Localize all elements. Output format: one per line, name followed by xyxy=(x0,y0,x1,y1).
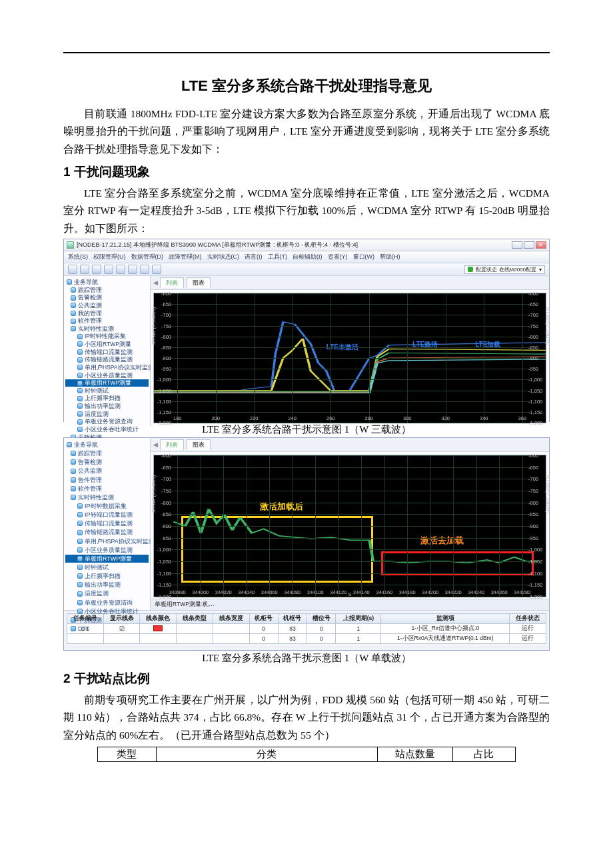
tree-item[interactable]: 上行频率扫描 xyxy=(65,572,149,580)
tree-item[interactable]: 小区业务吞吐率统计 xyxy=(65,426,149,433)
tree-item[interactable]: 跟踪管理 xyxy=(65,449,149,457)
tree-item[interactable]: 温度监测 xyxy=(65,589,149,597)
tree-item[interactable]: 小区业务质量监测 xyxy=(65,372,149,379)
header-rule xyxy=(63,52,550,53)
tab-chart[interactable]: 图表 xyxy=(187,439,211,450)
nav-tree[interactable]: 业务导航跟踪管理告警检测公共监测告件管理软件管理实时特性监测IP时钟数据采集IP… xyxy=(64,438,151,610)
tool-icon[interactable] xyxy=(128,265,137,274)
tree-item[interactable]: 温度监测 xyxy=(65,411,149,418)
tree-item[interactable]: 小区业务吞吐率统计 xyxy=(65,607,149,615)
tree-item[interactable]: 实时特性监测 xyxy=(65,493,149,501)
tool-icon[interactable] xyxy=(68,265,77,274)
th-category: 分类 xyxy=(156,747,377,762)
tree-item[interactable]: 告件管理 xyxy=(65,476,149,484)
tree-item[interactable]: 传输端口流量监测 xyxy=(65,349,149,356)
rtwp-plot-1: RTWP(0.1dBm) RTWP(0.1dBm) LTE未激活 LTE激活 L… xyxy=(153,293,546,423)
tree-item[interactable]: 小区组RTWP测量 xyxy=(65,341,149,348)
tab-list[interactable]: 列表 xyxy=(160,439,184,450)
tree-item[interactable]: 告警检测 xyxy=(65,458,149,466)
tree-item[interactable]: 单用户HSPA协议实时监测 xyxy=(65,537,149,545)
tool-icon[interactable] xyxy=(140,265,149,274)
tree-item[interactable]: 业务导航 xyxy=(65,279,149,286)
tree-item[interactable]: 输出功率监测 xyxy=(65,403,149,410)
tree-icon xyxy=(67,279,72,285)
tree-icon xyxy=(71,319,76,324)
tree-item[interactable]: 传输链路流量监测 xyxy=(65,356,149,363)
tree-item[interactable]: 传输端口流量监测 xyxy=(65,519,149,527)
tree-item[interactable]: 时钟测试 xyxy=(65,563,149,571)
tree-item[interactable]: 告警检测 xyxy=(65,294,149,301)
tree-icon xyxy=(71,295,76,301)
tool-icon[interactable] xyxy=(80,265,89,274)
tree-item[interactable]: IP时钟数据采集 xyxy=(65,502,149,510)
th-ratio: 占比 xyxy=(452,747,515,762)
menu-bar: 系统(S)权限管理(U)数据管理(D)故障管理(M)实时状态(C)语言(I)工具… xyxy=(64,251,549,263)
tree-icon xyxy=(77,396,83,401)
tree-icon xyxy=(77,539,83,544)
tree-item[interactable]: IP时钟性能采集 xyxy=(65,333,149,340)
tree-item[interactable]: 跟踪管理 xyxy=(65,287,149,294)
tree-item[interactable]: 单板组RTWP测量 xyxy=(65,555,149,563)
tree-item[interactable]: DTF xyxy=(65,625,149,633)
tree-item[interactable]: IP转端口流量监测 xyxy=(65,511,149,519)
menu-item[interactable]: 数据管理(D) xyxy=(131,253,164,260)
menu-item[interactable]: 自检辅助(I) xyxy=(293,253,322,260)
tree-item[interactable]: 传输链路流量监测 xyxy=(65,528,149,536)
tree-item[interactable]: 单板组RTWP测量 xyxy=(65,379,149,387)
tree-icon xyxy=(77,427,83,432)
menu-item[interactable]: 故障管理(M) xyxy=(169,253,202,260)
menu-item[interactable]: 系统(S) xyxy=(68,253,88,260)
tree-item[interactable]: 时钟测试 xyxy=(65,387,149,395)
tree-icon xyxy=(77,334,83,339)
screenshot-2: 业务导航跟踪管理告警检测公共监测告件管理软件管理实时特性监测IP时钟数据采集IP… xyxy=(63,437,550,651)
menu-item[interactable]: 帮助(H) xyxy=(380,253,400,260)
tree-item[interactable]: 公共监测 xyxy=(65,302,149,309)
tree-icon xyxy=(77,609,83,614)
tool-icon[interactable] xyxy=(92,265,101,274)
window-title: [NODEB-17.21.2.15] 本地维护终端 BTS3900 WCDMA … xyxy=(77,241,358,249)
menu-item[interactable]: 窗口(W) xyxy=(353,253,375,260)
tree-icon xyxy=(67,442,72,447)
tool-icon[interactable] xyxy=(104,265,113,274)
menu-item[interactable]: 权限管理(U) xyxy=(93,253,126,260)
tree-item[interactable]: 单板业务资源查询 xyxy=(65,418,149,425)
tree-item[interactable]: 我的管理 xyxy=(65,310,149,317)
menu-item[interactable]: 语言(I) xyxy=(245,253,263,260)
h2-1: 1 干扰问题现象 xyxy=(63,163,550,181)
tree-item[interactable]: 实时特性监测 xyxy=(65,325,149,333)
tool-icon[interactable] xyxy=(152,265,161,274)
tree-item[interactable]: 小区业务质量监测 xyxy=(65,546,149,554)
tree-item[interactable]: 软件管理 xyxy=(65,317,149,325)
tree-icon xyxy=(71,477,76,483)
minimize-button[interactable] xyxy=(512,241,522,249)
menu-item[interactable]: 实时状态(C) xyxy=(207,253,240,260)
table-row[interactable]: 083011-小区Rx0A天线通道RTWP(0.1 dBm)运行 xyxy=(67,634,546,644)
tree-item[interactable]: 公共监测 xyxy=(65,467,149,475)
tree-icon xyxy=(77,556,83,561)
menu-item[interactable]: 工具(T) xyxy=(268,253,288,260)
tree-item[interactable]: 单板业务资源清询 xyxy=(65,599,149,607)
tree-item[interactable]: 上行频率扫描 xyxy=(65,395,149,402)
close-button[interactable] xyxy=(536,241,546,249)
tree-item[interactable]: 软件管理 xyxy=(65,485,149,493)
toolbar: 配置状态 在线M2000配置▾ xyxy=(64,263,549,276)
tree-icon xyxy=(77,365,83,370)
tree-icon xyxy=(71,303,76,308)
menu-item[interactable]: 查看(Y) xyxy=(328,253,348,260)
sub-tab-bar: 单板组RTWP测量:机… xyxy=(151,599,549,610)
tree-item[interactable]: 业务导航 xyxy=(65,441,149,449)
tool-icon[interactable] xyxy=(116,265,125,274)
tree-icon xyxy=(77,411,83,417)
tab-chart[interactable]: 图表 xyxy=(187,277,211,288)
tab-list[interactable]: 列表 xyxy=(160,277,184,288)
tree-icon xyxy=(77,512,83,517)
dropdown-icon[interactable]: ▾ xyxy=(539,267,542,273)
nav-tree[interactable]: 业务导航跟踪管理告警检测公共监测我的管理软件管理实时特性监测IP时钟性能采集小区… xyxy=(64,276,151,426)
tree-icon xyxy=(71,486,76,491)
tree-item[interactable]: 输出功率监测 xyxy=(65,581,149,589)
tree-icon xyxy=(71,287,76,293)
tree-item[interactable]: 单用户HSPA协议实时监测 xyxy=(65,364,149,371)
maximize-button[interactable] xyxy=(524,241,534,249)
tree-icon xyxy=(71,311,76,316)
tree-icon xyxy=(77,419,83,425)
